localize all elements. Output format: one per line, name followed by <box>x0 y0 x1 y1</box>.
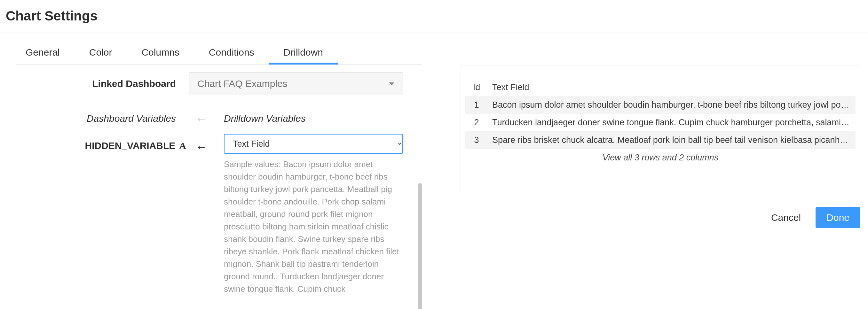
sample-values: Sample values: Bacon ipsum dolor amet sh… <box>224 158 400 295</box>
variable-name: HIDDEN_VARIABLE A <box>16 134 189 151</box>
preview-panel: Id Text Field 1 Bacon ipsum dolor amet s… <box>422 33 868 295</box>
preview-table: Id Text Field 1 Bacon ipsum dolor amet s… <box>465 79 856 149</box>
arrow-left-icon: ← <box>195 140 208 153</box>
settings-panel: General Color Columns Conditions Drilldo… <box>0 33 422 295</box>
page-title: Chart Settings <box>6 8 868 24</box>
table-row: 1 Bacon ipsum dolor amet shoulder boudin… <box>465 96 856 114</box>
chevron-down-icon <box>389 82 394 85</box>
table-row: 2 Turducken landjaeger doner swine tongu… <box>465 114 856 131</box>
drilldown-variables-header: Drilldown Variables <box>214 113 306 124</box>
arrow-left-icon: ← <box>195 112 208 125</box>
dashboard-variables-header: Dashboard Variables <box>16 113 189 124</box>
cell-text: Turducken landjaeger doner swine tongue … <box>488 114 856 131</box>
linked-dashboard-select[interactable]: Chart FAQ Examples <box>189 72 403 95</box>
sample-values-text: Bacon ipsum dolor amet shoulder boudin h… <box>224 160 399 294</box>
table-row: 3 Spare ribs brisket chuck alcatra. Meat… <box>465 131 856 149</box>
tab-drilldown[interactable]: Drilldown <box>269 42 338 64</box>
cell-id: 1 <box>465 96 488 114</box>
cell-id: 3 <box>465 131 488 149</box>
drilldown-field-select[interactable]: Text Field <box>224 134 403 154</box>
variable-mapping-row: HIDDEN_VARIABLE A ← Text Field Sample va… <box>16 129 422 295</box>
preview-box: Id Text Field 1 Bacon ipsum dolor amet s… <box>461 66 860 192</box>
variable-name-text: HIDDEN_VARIABLE <box>85 140 176 151</box>
view-all-link[interactable]: View all 3 rows and 2 columns <box>465 153 856 163</box>
col-header-id: Id <box>465 79 488 96</box>
text-type-icon: A <box>179 140 186 151</box>
tab-conditions[interactable]: Conditions <box>194 42 269 64</box>
tab-columns[interactable]: Columns <box>127 42 194 64</box>
dialog-actions: Cancel Done <box>461 207 860 228</box>
scrollbar-thumb[interactable] <box>418 183 422 309</box>
tabs: General Color Columns Conditions Drilldo… <box>16 42 422 65</box>
cell-id: 2 <box>465 114 488 131</box>
col-header-text: Text Field <box>488 79 856 96</box>
tab-color[interactable]: Color <box>74 42 127 64</box>
cell-text: Bacon ipsum dolor amet shoulder boudin h… <box>488 96 856 114</box>
linked-dashboard-value: Chart FAQ Examples <box>197 78 287 89</box>
linked-dashboard-label: Linked Dashboard <box>16 78 189 89</box>
cancel-button[interactable]: Cancel <box>769 208 803 227</box>
linked-dashboard-row: Linked Dashboard Chart FAQ Examples <box>16 65 422 103</box>
done-button[interactable]: Done <box>815 207 860 228</box>
sample-values-prefix: Sample values: <box>224 160 283 169</box>
tab-general[interactable]: General <box>16 42 74 64</box>
cell-text: Spare ribs brisket chuck alcatra. Meatlo… <box>488 131 856 149</box>
page-header: Chart Settings <box>0 0 868 33</box>
variable-headers: Dashboard Variables ← Drilldown Variable… <box>16 103 422 129</box>
